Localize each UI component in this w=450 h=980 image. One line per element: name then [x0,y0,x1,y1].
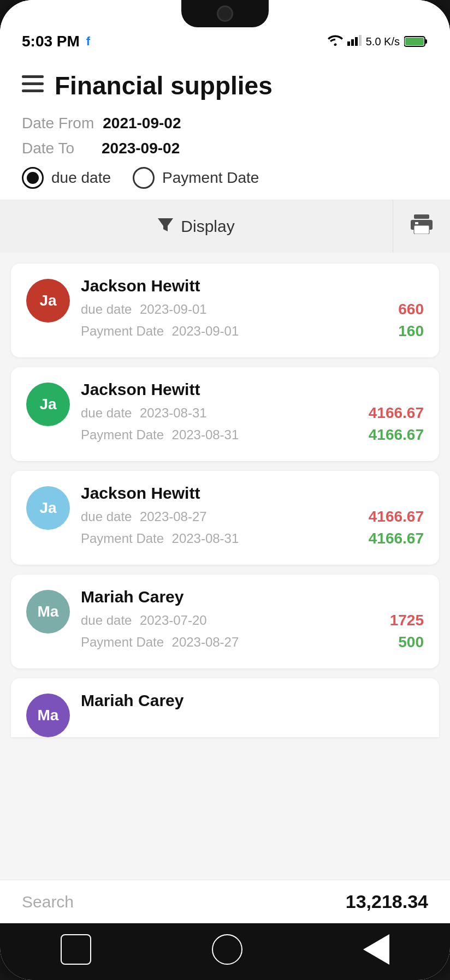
svg-rect-5 [405,38,424,45]
record-name-4: Mariah Carey [81,588,424,606]
svg-rect-2 [355,37,358,46]
due-amount-4: 1725 [390,612,424,629]
display-bar: Display [0,200,450,253]
print-icon [411,214,433,238]
payment-date-3: 2023-08-31 [172,531,239,546]
svg-rect-3 [359,35,362,46]
wifi-icon [328,34,343,49]
status-time: 5:03 PM [22,33,80,50]
camera [217,5,233,22]
due-amount-2: 4166.67 [369,404,424,422]
record-payment-row-2: Payment Date 2023-08-31 4166.67 [81,426,424,444]
payment-amount-2: 4166.67 [369,426,424,444]
record-payment-row-3: Payment Date 2023-08-31 4166.67 [81,530,424,547]
radio-due-date-inner [27,172,39,184]
status-icons: 5.0 K/s [328,34,428,49]
display-label: Display [181,217,234,236]
radio-payment-date-circle[interactable] [133,167,155,189]
svg-rect-6 [425,39,427,44]
radio-due-date[interactable]: due date [22,167,111,189]
back-button[interactable] [363,934,389,965]
payment-date-1: 2023-09-01 [172,324,239,338]
date-to-label: Date To [22,140,93,157]
home-button[interactable] [212,934,242,965]
date-to-row: Date To 2023-09-02 [22,140,428,157]
date-from-value: 2021-09-02 [103,115,181,132]
record-info-1: Jackson Hewitt due date 2023-09-01 660 P… [81,277,424,344]
phone-frame: 5:03 PM f 5.0 K/s [0,0,450,980]
avatar-2: Ja [26,383,70,426]
avatar-5: Ma [26,694,70,737]
phone-screen: 5:03 PM f 5.0 K/s [0,0,450,980]
date-from-label: Date From [22,115,94,132]
payment-amount-3: 4166.67 [369,530,424,547]
svg-rect-11 [414,214,429,219]
svg-rect-14 [415,222,418,224]
due-amount-3: 4166.67 [369,508,424,525]
record-name-2: Jackson Hewitt [81,380,424,399]
record-card-2[interactable]: Ja Jackson Hewitt due date 2023-08-31 41… [11,367,439,461]
recents-button[interactable] [61,934,91,965]
record-due-row-4: due date 2023-07-20 1725 [81,612,424,629]
payment-amount-4: 500 [398,634,424,651]
due-label-1: due date [81,302,132,316]
record-info-3: Jackson Hewitt due date 2023-08-27 4166.… [81,484,424,552]
svg-rect-8 [22,82,44,85]
app-header: Financial supplies [0,60,450,109]
record-payment-row-1: Payment Date 2023-09-01 160 [81,322,424,340]
partial-record-card[interactable]: Ma Mariah Carey [11,678,439,737]
record-info-2: Jackson Hewitt due date 2023-08-31 4166.… [81,380,424,448]
due-date-1: 2023-09-01 [140,302,207,316]
due-label-2: due date [81,405,132,420]
svg-rect-13 [414,225,429,234]
payment-date-2: 2023-08-31 [172,427,239,442]
svg-rect-9 [22,89,44,92]
record-card-4[interactable]: Ma Mariah Carey due date 2023-07-20 1725 [11,575,439,668]
signal-icon [347,34,362,49]
hamburger-icon[interactable] [22,75,44,96]
payment-label-1: Payment Date [81,324,164,338]
record-info-4: Mariah Carey due date 2023-07-20 1725 Pa… [81,588,424,655]
payment-label-2: Payment Date [81,427,164,442]
record-payment-row-4: Payment Date 2023-08-27 500 [81,634,424,651]
display-button[interactable]: Display [0,200,393,253]
notch [181,0,269,27]
records-list: Ja Jackson Hewitt due date 2023-09-01 66… [0,253,450,880]
nav-bar [0,923,450,980]
speed-indicator: 5.0 K/s [366,35,400,48]
record-name-1: Jackson Hewitt [81,277,424,295]
battery-icon [404,35,428,47]
filter-icon [158,218,173,235]
date-to-value: 2023-09-02 [102,140,180,157]
total-amount: 13,218.34 [346,891,428,912]
record-card-3[interactable]: Ja Jackson Hewitt due date 2023-08-27 41… [11,471,439,565]
page-title: Financial supplies [55,71,273,100]
due-amount-1: 660 [398,301,424,318]
radio-due-date-circle[interactable] [22,167,44,189]
avatar-3: Ja [26,486,70,530]
avatar-4: Ma [26,590,70,634]
due-label-3: due date [81,509,132,524]
payment-amount-1: 160 [398,322,424,340]
radio-payment-date-label: Payment Date [162,169,259,187]
due-label-4: due date [81,613,132,628]
partial-record-info: Mariah Carey [81,691,424,710]
svg-marker-10 [158,218,173,231]
svg-rect-7 [22,75,44,78]
due-date-2: 2023-08-31 [140,405,207,420]
record-card-1[interactable]: Ja Jackson Hewitt due date 2023-09-01 66… [11,264,439,357]
radio-group: due date Payment Date [22,167,428,189]
due-date-3: 2023-08-27 [140,509,207,524]
record-due-row-1: due date 2023-09-01 660 [81,301,424,318]
record-due-row-3: due date 2023-08-27 4166.67 [81,508,424,525]
date-from-row: Date From 2021-09-02 [22,115,428,132]
print-button[interactable] [393,200,450,253]
payment-date-4: 2023-08-27 [172,635,239,649]
radio-payment-date[interactable]: Payment Date [133,167,259,189]
due-date-4: 2023-07-20 [140,613,207,628]
radio-due-date-label: due date [51,169,111,187]
payment-label-4: Payment Date [81,635,164,649]
search-label[interactable]: Search [22,893,74,911]
bottom-bar: Search 13,218.34 [0,880,450,923]
svg-rect-1 [351,39,354,46]
